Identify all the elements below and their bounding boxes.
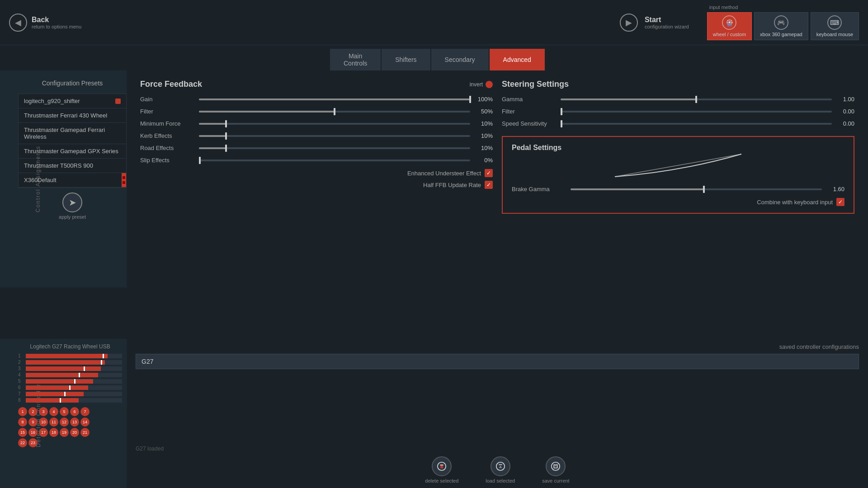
back-button[interactable]: ◀ Back return to options menu (9, 14, 81, 32)
kerb-slider-row: Kerb Effects 10% (140, 132, 493, 139)
btn-11[interactable]: 11 (49, 418, 58, 427)
btn-19[interactable]: 19 (60, 428, 69, 437)
delete-selected-button[interactable]: delete selected (425, 456, 458, 483)
input-method-section: input method 🎡 wheel / custom 🎮 xbox 360… (707, 5, 859, 40)
btn-8[interactable]: 8 (18, 418, 27, 427)
keyboard-label: keyboard mouse (816, 32, 853, 37)
speed-sens-track[interactable] (561, 123, 832, 125)
enhanced-understeer-checkbox[interactable]: ✓ (485, 169, 493, 177)
btn-20[interactable]: 20 (70, 428, 79, 437)
axis-row: 7 (18, 391, 122, 396)
btn-6[interactable]: 6 (70, 407, 79, 416)
input-btn-wheel[interactable]: 🎡 wheel / custom (707, 12, 752, 40)
save-icon (546, 456, 566, 476)
btn-14[interactable]: 14 (80, 418, 90, 427)
btn-18[interactable]: 18 (49, 428, 58, 437)
gamma-track[interactable] (561, 99, 832, 100)
min-force-thumb[interactable] (225, 120, 227, 127)
kerb-track[interactable] (199, 135, 470, 137)
filter-value: 50% (475, 108, 493, 115)
preset-item[interactable]: X360Default (19, 173, 126, 188)
btn-22[interactable]: 22 (18, 438, 27, 447)
gamma-label: Gamma (502, 96, 556, 103)
left-panel: Control Assignments Configuration Preset… (0, 70, 127, 287)
back-icon: ◀ (9, 14, 27, 32)
steer-filter-thumb[interactable] (561, 108, 562, 115)
road-track[interactable] (199, 147, 470, 149)
half-ffb-label: Half FFB Update Rate (423, 182, 481, 188)
speed-sens-thumb[interactable] (561, 120, 562, 127)
tab-secondary[interactable]: Secondary (431, 49, 489, 70)
enhanced-understeer-row: Enhanced Understeer Effect ✓ (140, 169, 493, 177)
btn-13[interactable]: 13 (70, 418, 79, 427)
btn-1[interactable]: 1 (18, 407, 27, 416)
slip-track[interactable] (199, 160, 470, 161)
force-feedback-section: Force Feedback invert Gain 100% (140, 80, 493, 214)
axis-row: 2 (18, 360, 122, 365)
gamma-slider-row: Gamma 1.00 (502, 96, 854, 103)
preset-item[interactable]: logitech_g920_shifter (19, 94, 126, 108)
axis-row: 5 (18, 379, 122, 384)
steer-filter-track[interactable] (561, 111, 832, 113)
start-label: Start (645, 16, 689, 24)
tab-main-controls[interactable]: Main Controls (330, 49, 381, 70)
btn-21[interactable]: 21 (80, 428, 90, 437)
input-btn-gamepad[interactable]: 🎮 xbox 360 gamepad (754, 12, 808, 40)
filter-thumb[interactable] (334, 108, 335, 115)
kerb-thumb[interactable] (225, 132, 227, 140)
gamepad-label: xbox 360 gamepad (760, 32, 802, 37)
apply-label: apply preset (59, 214, 86, 220)
pedal-graph (512, 152, 844, 179)
input-method-label: input method (709, 5, 738, 10)
input-btn-keyboard[interactable]: ⌨ keyboard mouse (811, 12, 859, 40)
config-name-input[interactable] (136, 354, 859, 369)
preset-item[interactable]: Thrustmaster Ferrari 430 Wheel (19, 108, 126, 123)
filter-track[interactable] (199, 111, 470, 113)
btn-15[interactable]: 15 (18, 428, 27, 437)
content-grid: Force Feedback invert Gain 100% (140, 80, 854, 214)
bottom-actions: delete selected load selected (127, 452, 868, 488)
nav-tabs: Main Controls Shifters Secondary Advance… (0, 45, 868, 70)
btn-4[interactable]: 4 (49, 407, 58, 416)
save-current-button[interactable]: save current (542, 456, 570, 483)
min-force-slider-row: Minimum Force 10% (140, 120, 493, 127)
apply-preset-button[interactable]: ➤ (62, 192, 82, 212)
gain-track[interactable] (199, 99, 470, 100)
invert-label: invert (470, 81, 483, 88)
steering-section: Steering Settings Gamma 1.00 Filter (502, 80, 854, 214)
tab-advanced[interactable]: Advanced (490, 49, 545, 70)
brake-gamma-value: 1.60 (826, 186, 844, 192)
gamma-thumb[interactable] (695, 96, 697, 103)
combine-checkbox[interactable]: ✓ (836, 198, 844, 206)
road-slider-row: Road Effects 10% (140, 145, 493, 151)
gain-value: 100% (475, 96, 493, 103)
brake-gamma-thumb[interactable] (703, 186, 705, 193)
filter-slider-row: Filter 50% (140, 108, 493, 115)
gamepad-icon: 🎮 (774, 15, 788, 30)
half-ffb-checkbox[interactable]: ✓ (485, 181, 493, 189)
axis-row: 3 (18, 366, 122, 371)
bottom-left: Detected Controllers Logitech G27 Racing… (0, 339, 127, 488)
slip-thumb[interactable] (199, 157, 201, 164)
road-thumb[interactable] (225, 145, 227, 152)
top-bar: ◀ Back return to options menu ▶ Start co… (0, 0, 868, 45)
btn-5[interactable]: 5 (60, 407, 69, 416)
min-force-value: 10% (475, 120, 493, 127)
kerb-fill (199, 135, 226, 137)
load-selected-button[interactable]: load selected (486, 456, 515, 483)
steering-title: Steering Settings (502, 80, 569, 89)
tab-shifters[interactable]: Shifters (382, 49, 430, 70)
slip-label: Slip Effects (140, 157, 194, 164)
brake-gamma-track[interactable] (571, 188, 822, 190)
gamma-value: 1.00 (836, 96, 854, 103)
min-force-track[interactable] (199, 123, 470, 125)
btn-12[interactable]: 12 (60, 418, 69, 427)
btn-7[interactable]: 7 (80, 407, 90, 416)
svg-rect-7 (555, 465, 557, 466)
preset-item[interactable]: Thrustmaster Gamepad Ferrari Wireless (19, 123, 126, 144)
gamma-fill (561, 99, 696, 100)
gain-slider-row: Gain 100% (140, 96, 493, 103)
gain-thumb[interactable] (469, 96, 471, 103)
invert-button[interactable]: invert (470, 81, 493, 88)
preset-label: X360Default (24, 177, 57, 183)
